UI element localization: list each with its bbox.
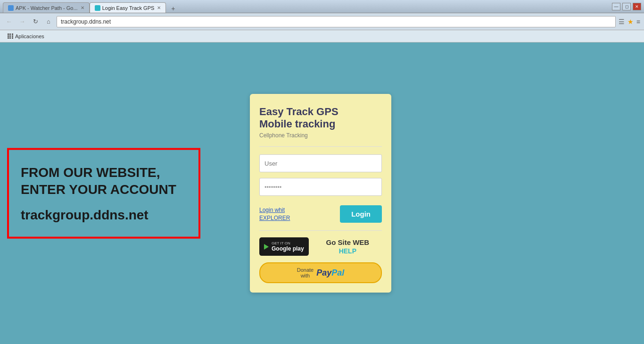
go-site-web-label: Go Site WEB bbox=[326, 238, 370, 246]
titlebar: APK - Watcher Path - Go... ✕ Login Easy … bbox=[0, 0, 644, 13]
tab2-close[interactable]: ✕ bbox=[157, 5, 161, 10]
card-bottom: GET IT ON Google play Go Site WEB HELP bbox=[259, 237, 382, 256]
applications-label: Aplicaciones bbox=[15, 34, 44, 39]
forward-button[interactable]: → bbox=[17, 17, 27, 27]
donate-text: Donate with bbox=[297, 267, 314, 278]
card-title: Easy Track GPS Mobile tracking bbox=[259, 106, 382, 131]
tab1-label: APK - Watcher Path - Go... bbox=[16, 5, 78, 11]
play-triangle-icon bbox=[264, 244, 269, 250]
tab1-close[interactable]: ✕ bbox=[81, 5, 84, 10]
password-input[interactable] bbox=[259, 178, 382, 196]
promo-title: FROM OUR WEBSITE, ENTER YOUR ACCOUNT bbox=[21, 164, 187, 198]
addressbar: ← → ↻ ⌂ ☰ ★ ≡ bbox=[0, 13, 644, 30]
star-icon[interactable]: ★ bbox=[627, 18, 634, 25]
paypal-donate-button[interactable]: Donate with PayPal bbox=[259, 262, 382, 283]
paypal-logo: PayPal bbox=[316, 268, 344, 278]
tab-1[interactable]: APK - Watcher Path - Go... ✕ bbox=[3, 2, 90, 13]
google-play-button[interactable]: GET IT ON Google play bbox=[259, 237, 309, 256]
applications-bookmark[interactable]: Aplicaciones bbox=[5, 33, 47, 40]
address-input[interactable] bbox=[57, 16, 616, 27]
minimize-button[interactable]: — bbox=[612, 3, 620, 10]
filter-icon: ☰ bbox=[619, 18, 625, 25]
card-subtitle: Cellphone Tracking bbox=[259, 132, 382, 139]
bookmarks-bar: Aplicaciones bbox=[0, 30, 644, 42]
tab-2[interactable]: Login Easy Track GPS ✕ bbox=[90, 2, 166, 13]
menu-icon[interactable]: ≡ bbox=[636, 18, 640, 25]
tab2-label: Login Easy Track GPS bbox=[102, 5, 155, 11]
help-link[interactable]: HELP bbox=[314, 247, 382, 256]
play-name-text: Google play bbox=[272, 245, 304, 252]
username-input[interactable] bbox=[259, 154, 382, 172]
new-tab-button[interactable]: + bbox=[168, 4, 178, 13]
main-content: FROM OUR WEBSITE, ENTER YOUR ACCOUNT tra… bbox=[0, 42, 644, 344]
promo-box: FROM OUR WEBSITE, ENTER YOUR ACCOUNT tra… bbox=[7, 148, 200, 239]
promo-url: trackgroup.ddns.net bbox=[21, 208, 187, 223]
window-controls: — ◻ ✕ bbox=[612, 3, 641, 10]
go-site-web[interactable]: Go Site WEB HELP bbox=[314, 238, 382, 256]
tab-strip: APK - Watcher Path - Go... ✕ Login Easy … bbox=[3, 0, 178, 13]
play-text: GET IT ON Google play bbox=[272, 241, 304, 252]
play-available-text: GET IT ON bbox=[272, 241, 290, 245]
tab1-favicon bbox=[8, 5, 14, 11]
maximize-button[interactable]: ◻ bbox=[622, 3, 631, 10]
apps-grid-icon bbox=[8, 34, 13, 39]
tab2-favicon bbox=[95, 5, 100, 11]
address-bar-icons: ☰ ★ ≡ bbox=[619, 18, 640, 25]
explorer-link[interactable]: Login whit EXPLORER bbox=[259, 206, 290, 222]
login-card: Easy Track GPS Mobile tracking Cellphone… bbox=[250, 94, 391, 293]
card-divider bbox=[259, 146, 382, 147]
home-button[interactable]: ⌂ bbox=[43, 17, 54, 27]
login-button[interactable]: Login bbox=[340, 205, 382, 223]
back-button[interactable]: ← bbox=[4, 17, 14, 27]
reload-button[interactable]: ↻ bbox=[30, 17, 41, 27]
card-actions: Login whit EXPLORER Login bbox=[259, 205, 382, 231]
close-button[interactable]: ✕ bbox=[633, 3, 641, 10]
